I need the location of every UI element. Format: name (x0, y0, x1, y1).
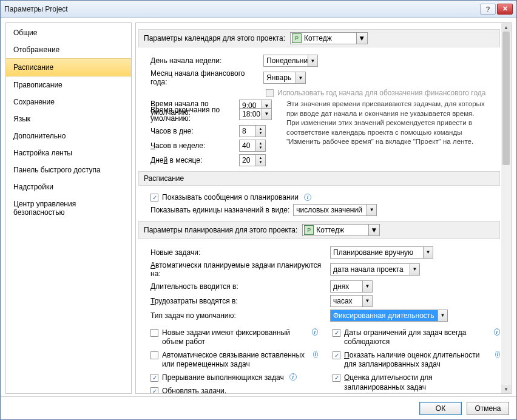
hours-day-input[interactable]: 8 ▲▼ (239, 125, 266, 137)
titlebar-buttons: ? ✕ (480, 4, 513, 15)
chevron-down-icon: ▼ (438, 310, 447, 321)
show-estimates-label: Показать наличие оценок длительности для… (344, 351, 490, 370)
auto-link-checkbox[interactable] (150, 351, 158, 359)
info-icon[interactable]: i (495, 351, 500, 358)
planning-project-value: Коттедж (316, 226, 368, 234)
spinner-arrows-icon: ▲▼ (255, 155, 265, 166)
chevron-down-icon: ▼ (362, 296, 372, 307)
task-type-label: Тип задач по умолчанию: (150, 311, 326, 320)
new-tasks-select[interactable]: Планирование вручную ▼ (330, 246, 433, 259)
task-type-select[interactable]: Фиксированная длительность ▼ (330, 310, 448, 322)
work-label: Трудозатраты вводятся в: (150, 297, 326, 305)
scroll-down-icon[interactable]: ▼ (501, 385, 511, 393)
chevron-down-icon: ▼ (368, 225, 379, 235)
sidebar-item-advanced[interactable]: Дополнительно (6, 127, 131, 144)
window-title: Параметры Project (4, 5, 480, 13)
chevron-down-icon: ▼ (410, 264, 419, 275)
dialog-body: Общие Отображение Расписание Правописани… (1, 18, 516, 396)
sidebar-item-general[interactable]: Общие (6, 24, 131, 41)
days-month-label: Дней в месяце: (150, 156, 235, 164)
hours-week-label: Часов в неделе: (150, 141, 235, 150)
estimate-duration-label: Оценка длительности для запланированных … (344, 373, 490, 392)
duration-label: Длительность вводится в: (150, 282, 326, 291)
titlebar: Параметры Project ? ✕ (1, 1, 516, 18)
spinner-arrows-icon: ▲▼ (255, 126, 265, 137)
work-select[interactable]: часах ▼ (330, 295, 373, 307)
vertical-scrollbar[interactable]: ▲ ▼ (501, 23, 511, 393)
split-tasks-checkbox[interactable] (150, 374, 158, 382)
section-planning-header: Параметры планирования для этого проекта… (138, 221, 500, 239)
sidebar-item-language[interactable]: Язык (6, 110, 131, 127)
sidebar-item-display[interactable]: Отображение (6, 41, 131, 58)
spinner-arrows-icon: ▲▼ (255, 140, 265, 151)
new-tasks-label: Новые задачи: (150, 248, 326, 257)
fiscal-month-select[interactable]: Январь ▼ (263, 72, 306, 84)
update-tasks-label: Обновлять задачи, (162, 387, 226, 394)
days-month-input[interactable]: 20 ▲▼ (239, 154, 266, 166)
content-area: Параметры календаря для этого проекта: P… (135, 22, 512, 394)
sidebar-item-save[interactable]: Сохранение (6, 93, 131, 110)
end-time-label: Время окончания по умолчанию: (150, 106, 235, 123)
close-button[interactable]: ✕ (497, 4, 513, 15)
calendar-project-value: Коттедж (304, 34, 356, 42)
week-start-label: День начала недели: (150, 56, 260, 65)
end-time-spinner[interactable]: 18:00 ▼ (239, 108, 272, 120)
split-tasks-label: Прерывание выполняющихся задач (162, 373, 284, 383)
sidebar-item-quickaccess[interactable]: Панель быстрого доступа (6, 161, 131, 178)
sidebar-nav: Общие Отображение Расписание Правописани… (5, 22, 132, 394)
chevron-down-icon: ▼ (423, 247, 433, 258)
planning-checkboxes: Новые задачи имеют фиксированный объем р… (138, 327, 500, 394)
scroll-up-icon[interactable]: ▲ (501, 23, 511, 32)
show-estimates-checkbox[interactable] (333, 351, 340, 359)
project-icon: P (304, 225, 314, 235)
info-icon[interactable]: i (289, 373, 297, 381)
use-year-checkbox (266, 89, 274, 97)
info-icon[interactable]: i (304, 194, 311, 201)
units-label: Показывать единицы назначений в виде: (150, 206, 289, 214)
sidebar-item-schedule[interactable]: Расписание (6, 58, 131, 76)
auto-link-label: Автоматическое связывание вставленных ил… (162, 351, 308, 370)
sidebar-item-spelling[interactable]: Правописание (6, 76, 131, 93)
hours-day-label: Часов в дне: (150, 127, 235, 135)
time-hint: Эти значения времени присваиваются задач… (286, 100, 487, 147)
right-col: Даты ограничений для задач всегда соблюд… (333, 327, 500, 394)
calendar-project-select[interactable]: P Коттедж ▼ (290, 32, 368, 44)
left-col: Новые задачи имеют фиксированный объем р… (150, 327, 318, 394)
schedule-title: Расписание (144, 174, 184, 183)
chevron-down-icon: ▼ (356, 33, 367, 44)
section-schedule-header: Расписание (138, 171, 500, 186)
auto-plan-select[interactable]: дата начала проекта ▼ (330, 263, 420, 276)
project-icon: P (292, 33, 302, 43)
use-year-label: Использовать год начала для обозначения … (277, 89, 486, 97)
fixed-work-checkbox[interactable] (150, 329, 158, 337)
constraints-checkbox[interactable] (333, 329, 340, 337)
help-button[interactable]: ? (480, 4, 496, 15)
show-messages-checkbox[interactable] (150, 194, 158, 202)
info-icon[interactable]: i (312, 328, 318, 336)
fiscal-month-label: Месяц начала финансового года: (150, 69, 260, 86)
scroll-thumb[interactable] (502, 32, 510, 165)
ok-button[interactable]: ОК (419, 402, 462, 415)
hours-week-input[interactable]: 40 ▲▼ (239, 140, 266, 152)
sidebar-item-ribbon[interactable]: Настройка ленты (6, 144, 131, 161)
week-start-select[interactable]: Понедельник ▼ (263, 55, 318, 67)
cancel-button[interactable]: Отмена (467, 402, 509, 415)
update-tasks-checkbox[interactable] (150, 387, 158, 394)
chevron-down-icon: ▼ (296, 72, 305, 83)
chevron-down-icon: ▼ (367, 205, 376, 215)
planning-project-select[interactable]: P Коттедж ▼ (302, 224, 380, 236)
estimate-duration-checkbox[interactable] (333, 374, 340, 382)
sidebar-item-addins[interactable]: Надстройки (6, 178, 131, 195)
sidebar-item-trust[interactable]: Центр управления безопасностью (6, 195, 131, 221)
calendar-header-label: Параметры календаря для этого проекта: (144, 34, 285, 42)
show-messages-label: Показывать сообщения о планировании (162, 193, 299, 202)
units-select[interactable]: числовых значений ▼ (293, 204, 377, 216)
chevron-down-icon: ▼ (262, 109, 271, 120)
chevron-down-icon: ▼ (362, 281, 372, 292)
info-icon[interactable]: i (313, 351, 318, 358)
auto-plan-label: Автоматически планируемые задачи планиру… (150, 261, 326, 278)
chevron-down-icon: ▼ (308, 55, 317, 66)
fixed-work-label: Новые задачи имеют фиксированный объем р… (162, 328, 306, 347)
info-icon[interactable]: i (494, 328, 500, 336)
duration-select[interactable]: днях ▼ (330, 280, 373, 293)
